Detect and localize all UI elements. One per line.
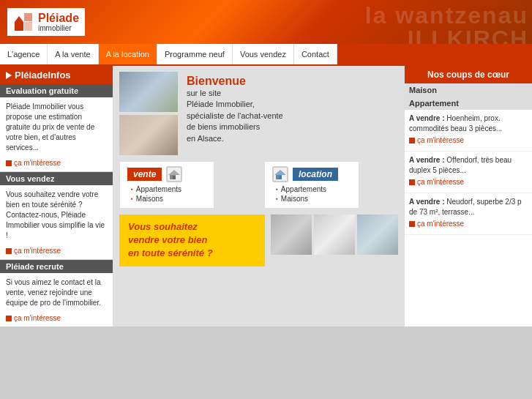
grid-photo-1 (271, 215, 312, 255)
sidebar-content-vous-vendez: Vous souhaitez vendre votre bien en tout… (0, 185, 113, 245)
location-list-item[interactable]: Maisons (276, 194, 351, 204)
right-item-3-label: A vendre : (409, 198, 445, 206)
right-section-maison: Maison (405, 83, 532, 97)
logo[interactable]: Pléiade immobilier (7, 8, 85, 37)
svg-rect-10 (279, 176, 282, 179)
play-icon (6, 72, 12, 79)
svg-rect-7 (173, 176, 176, 179)
sell-promo-text: Vous souhaitezvendre votre bienen toute … (128, 220, 213, 261)
logo-title: Pléiade (38, 12, 79, 25)
logo-text: Pléiade immobilier (38, 12, 79, 33)
svg-marker-6 (168, 170, 180, 175)
sidebar: PléiadeInfos Evaluation gratuite Pléiade… (0, 66, 113, 327)
vente-list-item[interactable]: Maisons (131, 194, 206, 204)
right-item-2: A vendre : Offendorf, très beau duplex 5… (405, 152, 532, 193)
svg-marker-9 (274, 170, 286, 175)
right-section-appartement: Appartement (405, 97, 532, 110)
svg-rect-1 (15, 22, 23, 31)
right-link-2[interactable]: ça m'intéresse (409, 176, 528, 189)
welcome-title: Bienvenue (187, 75, 395, 88)
content-area: Bienvenue sur le site Pléiade Immobilier… (113, 66, 404, 327)
right-item-1-label: A vendre : (409, 114, 445, 122)
nav-location[interactable]: A la location (99, 44, 157, 64)
sidebar-section-evaluation: Evaluation gratuite (0, 84, 113, 97)
sidebar-content-evaluation: Pléiade Immobilier vous propose une esti… (0, 97, 113, 157)
photo-2 (119, 115, 178, 155)
location-label[interactable]: location (293, 168, 338, 181)
navigation: L'agence A la vente A la location Progra… (0, 44, 532, 66)
welcome-body: sur le site Pléiade Immobilier, spéciali… (187, 88, 395, 144)
grid-photos (271, 215, 399, 266)
location-icon (272, 166, 288, 182)
right-link-1[interactable]: ça m'intéresse (409, 134, 528, 147)
right-item-1: A vendre : Hoenheim, prox. commodités be… (405, 110, 532, 152)
nav-spacer (337, 44, 532, 64)
sell-promo[interactable]: Vous souhaitezvendre votre bienen toute … (119, 215, 265, 266)
svg-rect-3 (24, 13, 32, 21)
sidebar-header: PléiadeInfos (0, 66, 113, 84)
svg-rect-4 (24, 22, 32, 31)
right-item-3: A vendre : Neudorf, superbe 2/3 p de 73 … (405, 193, 532, 235)
right-item-2-label: A vendre : (409, 156, 445, 164)
right-panel-header: Nos coups de cœur (405, 66, 532, 83)
sidebar-section-recrute: Pléiade recrute (0, 260, 113, 273)
nav-vous-vendez[interactable]: Vous vendez (233, 44, 294, 64)
nav-contact[interactable]: Contact (294, 44, 337, 64)
boxes-row: vente Appartements Maisons (119, 161, 398, 209)
sidebar-link-vous-vendez[interactable]: ça m'intéresse (0, 245, 113, 259)
vente-list: Appartements Maisons (127, 184, 206, 204)
header-bg-cities: la wantzenauILLKIRCHstrasbourgndenheim h… (256, 0, 532, 44)
vente-box: vente Appartements Maisons (119, 161, 214, 209)
welcome-row: Bienvenue sur le site Pléiade Immobilier… (119, 72, 398, 155)
bottom-row: Vous souhaitezvendre votre bienen toute … (119, 215, 398, 266)
sidebar-section-vous-vendez: Vous vendez (0, 172, 113, 185)
photo-img-1 (119, 72, 178, 112)
sidebar-link-evaluation[interactable]: ça m'intéresse (0, 157, 113, 171)
photo-img-2 (119, 115, 178, 155)
header: la wantzenauILLKIRCHstrasbourgndenheim h… (0, 0, 532, 44)
vente-header: vente (127, 166, 206, 182)
vente-list-item[interactable]: Appartements (131, 184, 206, 194)
grid-photo-2 (314, 215, 355, 255)
logo-subtitle: immobilier (38, 24, 79, 32)
vente-icon (166, 166, 182, 182)
grid-photo-3 (357, 215, 398, 255)
photos-col (119, 72, 178, 155)
sidebar-header-label: PléiadeInfos (15, 70, 71, 81)
nav-programme[interactable]: Programme neuf (157, 44, 233, 64)
welcome-text: Bienvenue sur le site Pléiade Immobilier… (184, 72, 398, 155)
logo-icon (13, 12, 34, 32)
sidebar-link-recrute[interactable]: ça m'intéresse (0, 313, 113, 327)
location-list: Appartements Maisons (272, 184, 351, 204)
nav-lagence[interactable]: L'agence (0, 44, 48, 64)
location-box: location Appartements Maisons (264, 161, 359, 209)
main-container: PléiadeInfos Evaluation gratuite Pléiade… (0, 66, 532, 327)
location-list-item[interactable]: Appartements (276, 184, 351, 194)
right-panel: Nos coups de cœur Maison Appartement A v… (404, 66, 532, 327)
photo-1 (119, 72, 178, 112)
location-header: location (272, 166, 351, 182)
nav-vente[interactable]: A la vente (48, 44, 98, 64)
right-link-3[interactable]: ça m'intéresse (409, 217, 528, 231)
sidebar-content-recrute: Si vous aimez le contact et la vente, ve… (0, 273, 113, 313)
vente-label[interactable]: vente (127, 168, 162, 181)
